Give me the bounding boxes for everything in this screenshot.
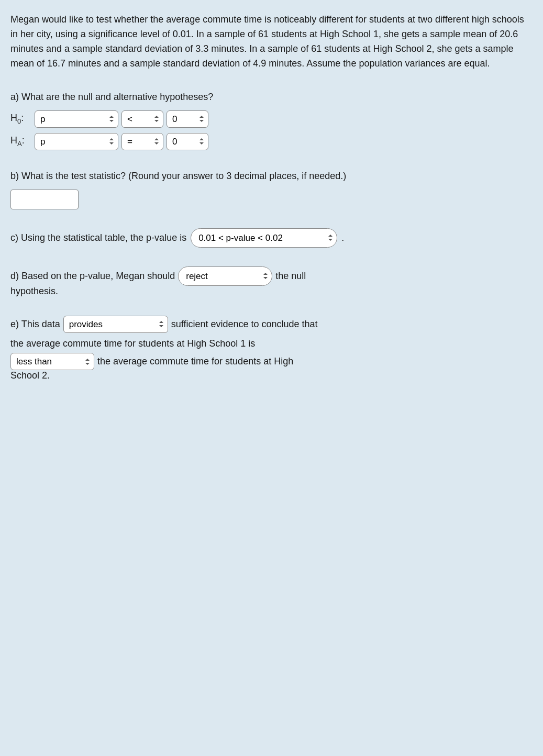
- part-c-label-after: .: [341, 232, 344, 243]
- part-d-hypothesis-label: hypothesis.: [10, 286, 533, 297]
- ha-row: HA: p μ₁ - μ₂ σ = < > ≠ 0 1 2: [10, 133, 533, 150]
- part-e-label-middle: sufficient evidence to conclude that: [171, 317, 318, 332]
- part-d-row: d) Based on the p-value, Megan should re…: [10, 266, 533, 286]
- part-c-row: c) Using the statistical table, the p-va…: [10, 228, 533, 248]
- ha-operator-select[interactable]: = < > ≠: [121, 133, 163, 150]
- ha-label: HA:: [10, 135, 29, 148]
- problem-text: Megan would like to test whether the ave…: [10, 14, 524, 69]
- ha-number-select[interactable]: 0 1 2: [167, 133, 208, 150]
- part-d-section: d) Based on the p-value, Megan should re…: [10, 266, 533, 297]
- part-e-label-before: e) This data: [10, 317, 60, 332]
- part-c-label-before: c) Using the statistical table, the p-va…: [10, 232, 186, 243]
- h0-variable-select[interactable]: p μ₁ - μ₂ σ: [35, 110, 118, 128]
- comparison-select[interactable]: less than greater than equal to differen…: [10, 353, 94, 370]
- part-e-label-last: School 2.: [10, 370, 533, 381]
- part-b-label: b) What is the test statistic? (Round yo…: [10, 169, 533, 183]
- h0-label: H0:: [10, 113, 29, 125]
- h0-operator-select[interactable]: < > = ≠: [121, 110, 163, 128]
- part-a-section: a) What are the null and alternative hyp…: [10, 90, 533, 150]
- part-c-section: c) Using the statistical table, the p-va…: [10, 228, 533, 248]
- part-d-label-before: d) Based on the p-value, Megan should: [10, 269, 175, 284]
- test-statistic-input[interactable]: [10, 190, 79, 209]
- provides-select[interactable]: provides does not provide: [63, 316, 168, 333]
- part-d-label-middle: the null: [275, 269, 306, 284]
- part-e-first-row: e) This data provides does not provide s…: [10, 316, 533, 333]
- reject-select[interactable]: reject fail to reject: [178, 266, 272, 286]
- part-e-second-line: the average commute time for students at…: [10, 336, 533, 351]
- part-a-label: a) What are the null and alternative hyp…: [10, 90, 533, 104]
- part-e-section: e) This data provides does not provide s…: [10, 316, 533, 382]
- pvalue-select[interactable]: 0.01 < p-value < 0.02 p-value < 0.01 0.0…: [191, 228, 337, 248]
- ha-variable-select[interactable]: p μ₁ - μ₂ σ: [35, 133, 118, 150]
- part-e-third-row: less than greater than equal to differen…: [10, 353, 533, 370]
- h0-number-select[interactable]: 0 1 2: [167, 110, 208, 128]
- part-e-label-after: the average commute time for students at…: [97, 354, 293, 369]
- problem-description: Megan would like to test whether the ave…: [10, 13, 533, 71]
- part-b-section: b) What is the test statistic? (Round yo…: [10, 169, 533, 209]
- h0-row: H0: p μ₁ - μ₂ σ < > = ≠ 0 1 2: [10, 110, 533, 128]
